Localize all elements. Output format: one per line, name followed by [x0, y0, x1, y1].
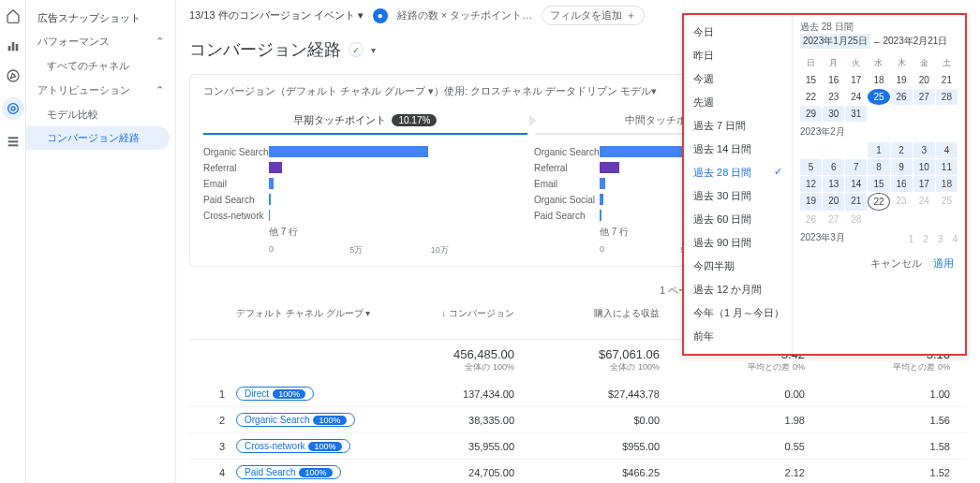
date-preset[interactable]: 昨日: [684, 44, 792, 67]
sidebar-group-attribution[interactable]: アトリビューション⌃: [26, 78, 175, 103]
date-preset[interactable]: 過去 90 日間: [684, 231, 792, 255]
svg-rect-2: [15, 44, 18, 51]
check-icon[interactable]: ✓: [349, 42, 364, 57]
event-count-dropdown[interactable]: 13/13 件のコンバージョン イベント ▾: [189, 8, 364, 22]
chart-bar: Email: [203, 178, 512, 189]
sidebar: 広告スナップショット パフォーマンス⌃ すべてのチャネル アトリビューション⌃ …: [26, 0, 176, 483]
chart-bar: Paid Search: [203, 194, 512, 205]
chart-bar: Organic Search: [203, 146, 512, 157]
sidebar-header: 広告スナップショット: [26, 7, 175, 29]
date-preset[interactable]: 今年（1 月～今日）: [684, 301, 792, 325]
date-preset[interactable]: 過去 28 日間✓: [684, 161, 792, 184]
sidebar-group-performance[interactable]: パフォーマンス⌃: [26, 29, 175, 54]
metric-chip[interactable]: 経路の数 × タッチポイント…: [397, 8, 533, 22]
today[interactable]: 22: [868, 193, 889, 211]
cancel-button[interactable]: キャンセル: [870, 256, 922, 271]
table-row[interactable]: 2 Organic Search 100% 38,335.00$0.001.98…: [189, 407, 967, 433]
home-icon[interactable]: [5, 7, 22, 24]
date-preset[interactable]: 前年: [684, 325, 792, 348]
nav-rail: [0, 0, 26, 483]
svg-point-3: [7, 70, 19, 81]
selected-start-day[interactable]: 25: [868, 89, 889, 105]
date-preset[interactable]: 過去 14 日間: [684, 138, 792, 161]
chart-bar: Cross-network: [203, 210, 512, 221]
tab-early[interactable]: 早期タッチポイント10.17%: [203, 108, 527, 135]
channel-pill: Paid Search 100%: [236, 465, 341, 479]
add-filter-chip[interactable]: フィルタを追加 ＋: [542, 6, 645, 25]
chevron-up-icon: ⌃: [156, 36, 164, 48]
reports-icon[interactable]: [5, 37, 22, 54]
explore-icon[interactable]: [5, 67, 22, 84]
apply-button[interactable]: 適用: [933, 256, 954, 271]
advertising-icon[interactable]: [2, 97, 24, 120]
date-preset[interactable]: 過去 60 日間: [684, 208, 792, 231]
date-picker-popover: 今日昨日今週先週過去 7 日間過去 14 日間過去 28 日間✓過去 30 日間…: [682, 13, 967, 356]
date-preset[interactable]: 今四半期: [684, 255, 792, 278]
table-row[interactable]: 3 Cross-network 100% 35,955.00$955.000.5…: [189, 433, 967, 460]
svg-rect-0: [7, 46, 10, 51]
svg-point-5: [11, 107, 15, 110]
sidebar-item-conversion-paths[interactable]: コンバージョン経路: [26, 126, 170, 150]
svg-rect-7: [7, 140, 18, 142]
metric-bullet: ●: [373, 8, 388, 23]
sidebar-item-all-channels[interactable]: すべてのチャネル: [26, 54, 175, 78]
date-preset[interactable]: 今週: [684, 67, 792, 91]
table-row[interactable]: 1 Direct 100% 137,434.00$27,443.780.001.…: [189, 381, 967, 407]
date-to[interactable]: 2023年2月21日: [883, 35, 948, 48]
table-row[interactable]: 4 Paid Search 100% 24,705.00$466.252.121…: [189, 460, 967, 483]
svg-rect-8: [7, 144, 18, 146]
channel-pill: Cross-network 100%: [236, 439, 350, 453]
chart-bar: Referral: [203, 162, 512, 173]
svg-rect-6: [7, 137, 18, 139]
calendar: 過去 28 日間 2023年1月25日 – 2023年2月21日 日月火水木金土…: [793, 15, 965, 354]
date-preset[interactable]: 過去 30 日間: [684, 184, 792, 208]
dropdown-icon[interactable]: ▾: [371, 45, 376, 55]
date-preset[interactable]: 今日: [684, 21, 792, 44]
configure-icon[interactable]: [5, 133, 22, 150]
date-presets: 今日昨日今週先週過去 7 日間過去 14 日間過去 28 日間✓過去 30 日間…: [684, 15, 793, 354]
date-preset[interactable]: 過去 7 日間: [684, 114, 792, 138]
channel-pill: Direct 100%: [236, 387, 314, 401]
bar-chart-0: Organic SearchReferralEmailPaid SearchCr…: [203, 146, 512, 256]
svg-point-4: [7, 104, 18, 114]
plus-icon: ＋: [626, 8, 636, 22]
date-preset[interactable]: 過去 12 か月間: [684, 278, 792, 301]
date-preset[interactable]: 先週: [684, 91, 792, 114]
svg-rect-1: [11, 42, 14, 51]
channel-pill: Organic Search 100%: [236, 413, 355, 427]
date-from[interactable]: 2023年1月25日: [800, 34, 870, 49]
sidebar-item-model-compare[interactable]: モデル比較: [26, 103, 175, 126]
chevron-up-icon: ⌃: [156, 84, 164, 96]
